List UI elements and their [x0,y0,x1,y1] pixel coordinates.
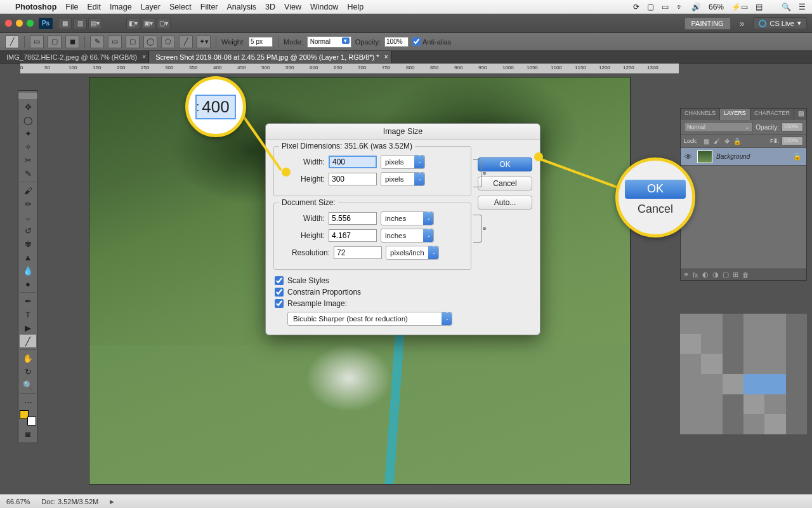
workspace-button[interactable]: PAINTING [684,17,731,30]
close-tab-icon[interactable]: × [384,53,388,60]
pen-tool-icon[interactable]: ✒ [20,295,36,307]
blend-mode-select[interactable]: Normal⌄ [684,122,753,132]
layer-thumbnail[interactable] [697,150,712,163]
px-width-input[interactable] [329,156,377,168]
lock-all-icon[interactable]: 🔒 [733,137,741,145]
mode-select[interactable]: Normal [307,36,351,48]
blur-tool-icon[interactable]: 💧 [20,264,36,277]
crop-tool-icon[interactable]: ✂ [20,154,36,166]
brush-tool-icon[interactable]: 🖌 [20,184,36,197]
tab-character[interactable]: CHARACTER [750,109,794,120]
quick-select-tool-icon[interactable]: ✦ [20,127,36,140]
layer-opacity-input[interactable]: 100% [782,123,803,131]
lasso-tool-icon[interactable]: ◯ [20,114,36,126]
tool-preset-icon[interactable]: ╱ [5,36,19,48]
resolution-input[interactable] [334,246,382,259]
adjustment-layer-icon[interactable]: ◑ [712,271,719,279]
pencil-tool-icon[interactable]: ✏ [20,197,36,210]
menu-list-icon[interactable]: ☰ [799,3,806,11]
view-extras-icon[interactable]: ▤▾ [88,18,102,29]
menu-select[interactable]: Select [169,3,192,11]
shape-pen-icon[interactable]: ✎ [90,36,104,48]
smudge-tool-icon[interactable]: ▲ [20,251,36,264]
menu-help[interactable]: Help [347,3,363,11]
shape-fill-icon[interactable]: ◼ [65,36,79,48]
doc-width-input[interactable] [329,212,377,225]
panel-menu-icon[interactable]: ▤ [796,109,806,120]
layer-group-icon[interactable]: ▢ [723,271,729,279]
link-layers-icon[interactable]: ⚭ [683,271,689,279]
new-layer-icon[interactable]: ⊞ [733,271,738,279]
layer-fx-icon[interactable]: fx [693,271,698,279]
layer-mask-icon[interactable]: ◐ [702,271,709,279]
chain-link-icon[interactable]: ⚭ [481,170,487,178]
tab-channels[interactable]: CHANNELS [681,109,720,120]
screen-mode-icon[interactable]: ▢▾ [157,18,171,29]
menu-edit[interactable]: Edit [87,3,101,11]
menu-image[interactable]: Image [110,3,132,11]
dodge-tool-icon[interactable]: ● [20,277,36,290]
clone-stamp-tool-icon[interactable]: ⌵ [20,211,36,224]
scale-styles-checkbox[interactable]: Scale Styles [275,276,471,285]
zoom-tool-icon[interactable]: 🔍 [20,378,36,391]
resolution-unit-select[interactable]: pixels/inch [386,246,439,260]
menu-view[interactable]: View [284,3,301,11]
shape-poly-icon[interactable]: ⬠ [161,36,175,48]
eyedropper-tool-icon[interactable]: ✎ [20,167,36,180]
menu-file[interactable]: File [65,3,78,11]
move-tool-icon[interactable]: ✥ [20,100,36,113]
document-tab[interactable]: Screen Shot 2019-08-08 at 2.45.25 PM.jpg… [149,51,391,63]
menu-filter[interactable]: Filter [200,3,218,11]
delete-layer-icon[interactable]: 🗑 [742,271,749,279]
menu-3d[interactable]: 3D [265,3,275,11]
shape-line-icon[interactable]: ╱ [179,36,193,48]
resample-image-checkbox[interactable]: Resample Image: [275,299,471,308]
menu-analysis[interactable]: Analysis [227,3,257,11]
zoom-level[interactable]: 66.67% [6,498,30,505]
px-width-unit-select[interactable]: pixels [381,155,425,169]
zoom-window-icon[interactable] [27,20,34,27]
hand-tool-icon[interactable]: ✋ [20,352,36,364]
lock-position-icon[interactable]: ✥ [723,137,731,145]
menu-window[interactable]: Window [310,3,338,11]
wifi-icon[interactable]: ᯤ [676,3,684,11]
lock-transparent-icon[interactable]: ▦ [703,137,710,145]
resample-method-select[interactable]: Bicubic Sharper (best for reduction) [287,312,452,326]
panel-grip[interactable] [18,93,37,99]
px-height-input[interactable] [329,173,377,185]
magic-wand-tool-icon[interactable]: ✧ [20,140,36,153]
minibridge-icon[interactable]: ▥ [73,18,87,29]
visibility-eye-icon[interactable]: 👁 [683,152,693,161]
shape-roundrect2-icon[interactable]: ▢ [126,36,140,48]
date-icon[interactable]: ▤ [756,3,763,11]
close-window-icon[interactable] [5,20,12,27]
cs-live-button[interactable]: CS Live ▾ [753,17,807,29]
px-height-unit-select[interactable]: pixels [381,172,425,186]
chain-link-icon[interactable]: ⚭ [481,225,487,233]
history-brush-tool-icon[interactable]: ↺ [20,224,36,237]
shape-rect-icon[interactable]: ▭ [30,36,44,48]
close-tab-icon[interactable]: × [142,53,146,60]
background-color-swatch[interactable] [27,417,36,425]
cancel-button[interactable]: Cancel [478,177,532,190]
shape-custom-icon[interactable]: ✦▾ [197,36,211,48]
sync-icon[interactable]: ⟳ [633,3,639,11]
path-select-tool-icon[interactable]: ▶ [20,321,36,334]
shape-roundrect-icon[interactable]: ▢ [48,36,62,48]
volume-icon[interactable]: 🔊 [691,3,701,11]
minimize-window-icon[interactable] [16,20,23,27]
quick-mask-icon[interactable]: ◙ [20,427,36,440]
bridge-icon[interactable]: ▦ [58,18,72,29]
layer-fill-input[interactable]: 100% [782,137,803,145]
doc-info[interactable]: Doc: 3.52M/3.52M [41,498,98,505]
auto-button[interactable]: Auto... [478,196,532,210]
mixer-brush-tool-icon[interactable]: ✾ [20,237,36,250]
lock-brush-icon[interactable]: 🖌 [713,137,721,145]
zoom-level-icon[interactable]: ◧▾ [126,18,140,29]
document-tab[interactable]: IMG_7862.HEIC-2.jpeg @ 66.7% (RGB/8) × [0,51,149,63]
doc-height-input[interactable] [329,229,377,242]
menu-layer[interactable]: Layer [141,3,160,11]
line-tool-icon[interactable]: ╱ [20,335,36,347]
status-menu-icon[interactable]: ▶ [110,498,114,505]
foreground-background-colors[interactable] [20,410,36,425]
